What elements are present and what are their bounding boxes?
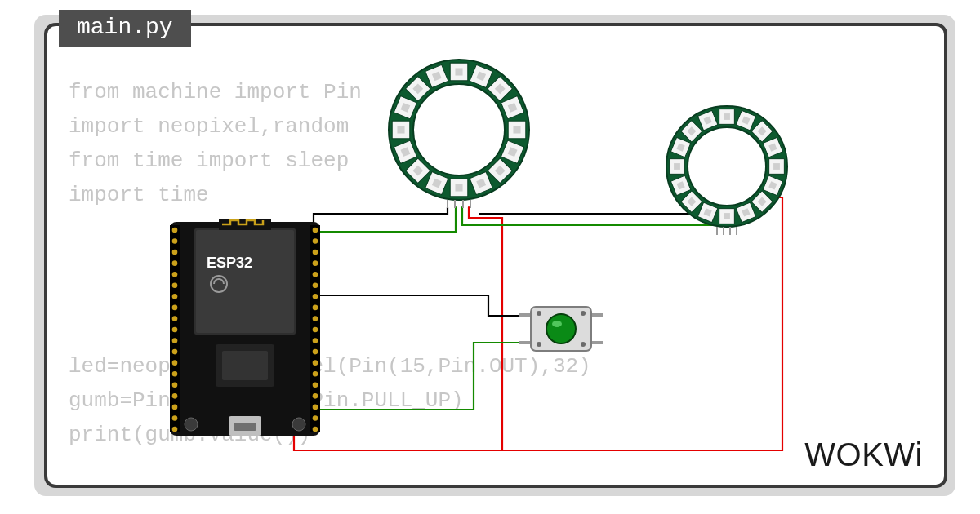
svg-rect-102 bbox=[724, 213, 730, 219]
wire-d15-ring1 bbox=[318, 207, 456, 232]
svg-point-38 bbox=[313, 415, 318, 421]
svg-point-19 bbox=[172, 316, 178, 321]
svg-point-24 bbox=[313, 338, 318, 343]
svg-point-22 bbox=[313, 327, 318, 333]
pushbutton-cap[interactable] bbox=[546, 314, 576, 343]
svg-point-14 bbox=[313, 282, 318, 288]
svg-point-3 bbox=[172, 228, 178, 233]
svg-rect-62 bbox=[455, 184, 462, 191]
svg-point-29 bbox=[172, 371, 178, 377]
svg-point-126 bbox=[537, 311, 541, 316]
svg-rect-86 bbox=[724, 113, 730, 120]
svg-point-129 bbox=[581, 342, 586, 347]
wire-gnd-button bbox=[294, 343, 521, 410]
svg-point-31 bbox=[172, 382, 178, 388]
project-card: from machine import Pin import neopixel,… bbox=[44, 23, 947, 488]
svg-rect-54 bbox=[513, 126, 520, 133]
esp32-board[interactable]: left-pins bbox=[170, 219, 320, 436]
svg-rect-110 bbox=[674, 163, 680, 170]
svg-point-4 bbox=[313, 228, 318, 233]
svg-point-36 bbox=[313, 405, 318, 410]
neopixel-ring-right[interactable] bbox=[666, 106, 787, 235]
svg-point-37 bbox=[172, 415, 178, 421]
svg-point-128 bbox=[537, 342, 541, 347]
svg-point-34 bbox=[313, 393, 318, 399]
svg-point-127 bbox=[581, 311, 586, 316]
svg-point-12 bbox=[313, 272, 318, 277]
svg-rect-46 bbox=[455, 68, 462, 75]
wire-d25-button bbox=[318, 295, 521, 316]
svg-point-15 bbox=[172, 294, 178, 299]
svg-point-18 bbox=[313, 305, 318, 311]
svg-point-25 bbox=[172, 349, 178, 355]
wire-gnd-to-ring2 bbox=[479, 207, 714, 214]
svg-point-6 bbox=[313, 238, 318, 244]
wire-gnd-to-ring1 bbox=[314, 207, 448, 224]
esp32-usb-slot bbox=[234, 423, 256, 431]
file-tab[interactable]: main.py bbox=[59, 10, 191, 47]
esp32-label: ESP32 bbox=[207, 255, 252, 271]
svg-point-11 bbox=[172, 272, 178, 277]
ring-right-leads bbox=[717, 227, 737, 235]
pushbutton[interactable] bbox=[519, 307, 603, 351]
svg-point-8 bbox=[313, 250, 318, 255]
neopixel-ring-left[interactable] bbox=[389, 60, 529, 208]
svg-point-7 bbox=[172, 250, 178, 255]
svg-point-30 bbox=[313, 371, 318, 377]
svg-point-28 bbox=[313, 360, 318, 366]
wokwi-brand: WOKWi bbox=[804, 436, 923, 473]
svg-point-13 bbox=[172, 282, 178, 288]
esp32-button-en[interactable] bbox=[185, 418, 198, 431]
svg-point-23 bbox=[172, 338, 178, 343]
esp32-soc-inner bbox=[222, 351, 268, 380]
svg-rect-94 bbox=[773, 163, 780, 170]
svg-point-39 bbox=[172, 427, 178, 432]
svg-point-16 bbox=[313, 294, 318, 299]
svg-point-9 bbox=[172, 260, 178, 266]
svg-point-40 bbox=[313, 427, 318, 432]
svg-point-20 bbox=[313, 316, 318, 321]
svg-point-5 bbox=[172, 238, 178, 244]
svg-point-26 bbox=[313, 349, 318, 355]
svg-point-33 bbox=[172, 393, 178, 399]
schematic-canvas: left-pins bbox=[47, 26, 944, 485]
svg-point-35 bbox=[172, 405, 178, 410]
svg-point-32 bbox=[313, 382, 318, 388]
svg-point-27 bbox=[172, 360, 178, 366]
ring-left-leads bbox=[448, 200, 470, 208]
svg-point-17 bbox=[172, 305, 178, 311]
svg-rect-70 bbox=[397, 126, 404, 133]
pushbutton-highlight bbox=[552, 321, 562, 327]
esp32-button-boot[interactable] bbox=[292, 418, 305, 431]
svg-point-21 bbox=[172, 327, 178, 333]
wire-ring1-vcc bbox=[469, 207, 502, 450]
svg-point-10 bbox=[313, 260, 318, 266]
